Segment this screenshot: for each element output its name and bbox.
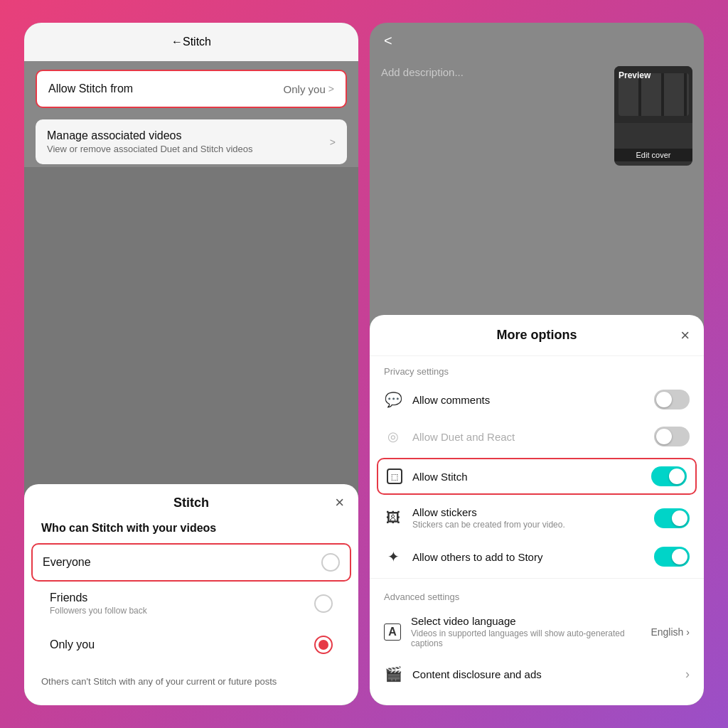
language-chevron: › xyxy=(686,626,690,638)
stitch-sheet-title: Stitch xyxy=(173,496,209,510)
stitch-bottom-sheet: Stitch × Who can Stitch with your videos… xyxy=(24,484,358,705)
section-divider xyxy=(370,578,704,579)
preview-label: Preview xyxy=(619,70,651,80)
allow-duet-label: Allow Duet and React xyxy=(412,431,644,443)
description-placeholder[interactable]: Add description... xyxy=(381,66,614,78)
language-icon: A xyxy=(384,623,401,641)
allow-stickers-toggle[interactable] xyxy=(654,508,690,528)
allow-stitch-row[interactable]: Allow Stitch from Only you > xyxy=(36,70,347,108)
stitch-icon: ⬚ xyxy=(387,469,402,484)
option-everyone-label: Everyone xyxy=(43,556,91,569)
sheet-handle-area: Stitch × xyxy=(24,484,358,516)
privacy-section-label: Privacy settings xyxy=(370,356,704,381)
more-options-close[interactable]: × xyxy=(680,326,690,345)
manage-videos-sub: View or remove associated Duet and Stitc… xyxy=(47,144,253,154)
stickers-icon: 🖼 xyxy=(384,510,402,526)
radio-only-you xyxy=(314,636,333,654)
left-phone: ← Stitch Allow Stitch from Only you > Ma… xyxy=(24,23,358,705)
allow-story-toggle[interactable] xyxy=(654,547,690,567)
duet-icon: ◎ xyxy=(384,429,402,444)
radio-friends xyxy=(314,594,333,613)
right-back-button[interactable]: < xyxy=(384,33,392,49)
allow-comments-row: 💬 Allow comments xyxy=(370,381,704,418)
video-language-row[interactable]: A Select video language Videos in suppor… xyxy=(370,606,704,657)
stitch-sheet-subtitle: Who can Stitch with your videos xyxy=(24,516,358,543)
more-options-title: More options xyxy=(497,328,577,343)
comment-icon: 💬 xyxy=(384,391,402,408)
preview-thumbnail: Preview Edit cover xyxy=(614,66,692,166)
content-disclosure-row[interactable]: 🎬 Content disclosure and ads › xyxy=(370,657,704,691)
allow-stitch-toggle[interactable] xyxy=(651,466,687,486)
right-phone: < Add description... Preview Edit cover … xyxy=(370,23,704,705)
right-header: < xyxy=(370,23,704,59)
more-options-sheet: More options × Privacy settings 💬 Allow … xyxy=(370,315,704,705)
allow-comments-toggle[interactable] xyxy=(654,390,690,410)
allow-stitch-value: Only you > xyxy=(284,83,334,95)
back-button[interactable]: ← xyxy=(171,36,183,48)
allow-comments-label: Allow comments xyxy=(412,394,644,406)
video-language-sub: Videos in supported languages will show … xyxy=(411,628,641,648)
edit-cover-label[interactable]: Edit cover xyxy=(614,149,692,161)
manage-videos-label: Manage associated videos xyxy=(47,129,253,142)
manage-chevron: > xyxy=(330,136,336,148)
allow-story-row: ✦ Allow others to add to Story xyxy=(370,538,704,575)
allow-stickers-row: 🖼 Allow stickers Stickers can be created… xyxy=(370,498,704,538)
option-friends-label: Friends xyxy=(50,592,147,604)
option-only-you[interactable]: Only you xyxy=(33,626,350,664)
allow-stitch-chevron: > xyxy=(328,83,334,95)
option-friends-sub: Followers you follow back xyxy=(50,606,147,616)
language-value: English › xyxy=(651,626,690,638)
allow-stickers-label: Allow stickers xyxy=(412,506,644,518)
stitch-sheet-close[interactable]: × xyxy=(335,493,344,512)
allow-duet-toggle[interactable] xyxy=(654,427,690,446)
allow-stitch-label: Allow Stitch from xyxy=(48,82,133,95)
option-everyone[interactable]: Everyone xyxy=(31,543,351,582)
allow-stitch-row-right: ⬚ Allow Stitch xyxy=(377,458,697,495)
allow-story-label: Allow others to add to Story xyxy=(412,551,644,563)
option-friends[interactable]: Friends Followers you follow back xyxy=(33,582,350,626)
disclosure-icon: 🎬 xyxy=(384,665,402,682)
stitch-screen-title: Stitch xyxy=(183,36,211,48)
more-options-header: More options × xyxy=(370,315,704,356)
stitch-screen-header: ← Stitch xyxy=(24,23,358,61)
allow-duet-row: ◎ Allow Duet and React xyxy=(370,418,704,455)
story-icon: ✦ xyxy=(384,548,402,565)
allow-stickers-sub: Stickers can be created from your video. xyxy=(412,520,644,530)
video-language-label: Select video language xyxy=(411,615,641,627)
advanced-section-label: Advanced settings xyxy=(370,582,704,606)
manage-videos-row[interactable]: Manage associated videos View or remove … xyxy=(36,119,347,164)
allow-stitch-label-right: Allow Stitch xyxy=(412,471,641,483)
option-only-you-label: Only you xyxy=(50,638,95,651)
disclosure-chevron: › xyxy=(685,667,690,682)
radio-everyone xyxy=(321,553,340,572)
content-disclosure-label: Content disclosure and ads xyxy=(412,668,675,680)
stitch-sheet-note: Others can't Stitch with any of your cur… xyxy=(24,664,358,688)
